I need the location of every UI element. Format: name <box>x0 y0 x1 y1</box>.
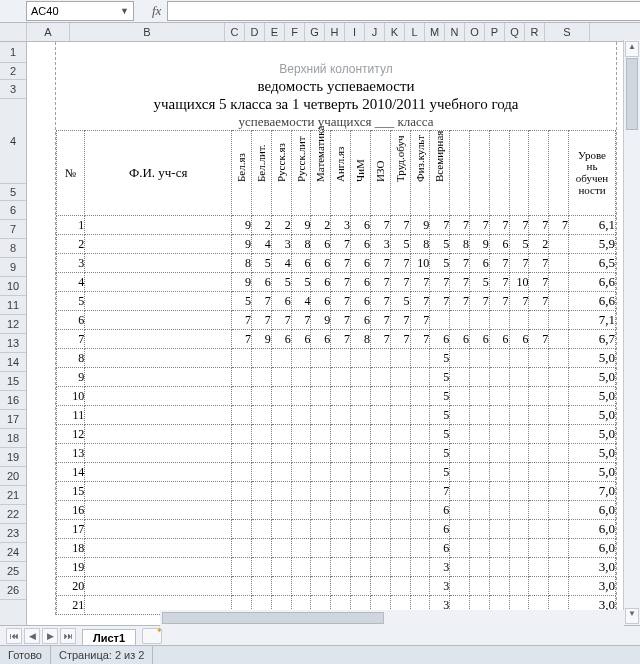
cell-grade[interactable]: 7 <box>291 311 311 330</box>
cell-level[interactable]: 3,0 <box>569 577 616 596</box>
cell-grade[interactable]: 3 <box>271 235 291 254</box>
cell-grade[interactable]: 9 <box>469 235 489 254</box>
cell-grade[interactable] <box>450 482 470 501</box>
cell-grade[interactable] <box>291 406 311 425</box>
cell-grade[interactable] <box>331 501 351 520</box>
hscroll-thumb[interactable] <box>162 612 384 624</box>
cell-grade[interactable]: 8 <box>450 235 470 254</box>
cell-grade[interactable] <box>370 463 390 482</box>
cell-grade[interactable]: 6 <box>271 330 291 349</box>
cell-grade[interactable]: 6 <box>311 235 331 254</box>
cell-grade[interactable] <box>469 444 489 463</box>
col-header-J[interactable]: J <box>365 23 385 41</box>
cell-grade[interactable]: 6 <box>351 311 371 330</box>
cell-grade[interactable]: 9 <box>232 235 252 254</box>
cell-grade[interactable] <box>232 520 252 539</box>
select-all-corner[interactable] <box>0 23 27 41</box>
cell-num[interactable]: 3 <box>57 254 85 273</box>
cell-grade[interactable]: 7 <box>232 311 252 330</box>
cell-grade[interactable] <box>390 539 410 558</box>
cell-grade[interactable]: 7 <box>331 292 351 311</box>
cell-grade[interactable]: 6 <box>351 216 371 235</box>
cell-grade[interactable] <box>410 349 430 368</box>
cell-grade[interactable] <box>450 577 470 596</box>
cell-grade[interactable] <box>549 387 569 406</box>
cell-grade[interactable] <box>351 425 371 444</box>
cell-fio[interactable] <box>85 273 232 292</box>
cell-grade[interactable] <box>509 387 529 406</box>
cell-grade[interactable] <box>232 387 252 406</box>
cell-grade[interactable] <box>271 558 291 577</box>
cell-grade[interactable] <box>469 425 489 444</box>
cell-grade[interactable] <box>331 539 351 558</box>
cell-grade[interactable] <box>450 425 470 444</box>
cell-grade[interactable] <box>549 539 569 558</box>
col-header-E[interactable]: E <box>265 23 285 41</box>
col-header-O[interactable]: O <box>465 23 485 41</box>
cell-grade[interactable] <box>311 577 331 596</box>
cell-grade[interactable] <box>351 406 371 425</box>
cell-grade[interactable]: 6 <box>430 539 450 558</box>
cell-grade[interactable]: 8 <box>410 235 430 254</box>
cell-num[interactable]: 20 <box>57 577 85 596</box>
cell-grade[interactable] <box>232 444 252 463</box>
cell-grade[interactable]: 2 <box>311 216 331 235</box>
cell-grade[interactable] <box>549 349 569 368</box>
cell-grade[interactable] <box>489 444 509 463</box>
cell-grade[interactable]: 7 <box>370 254 390 273</box>
row-header-7[interactable]: 7 <box>0 220 26 239</box>
scroll-up-icon[interactable]: ▲ <box>625 41 639 57</box>
row-header-13[interactable]: 13 <box>0 334 26 353</box>
col-header-F[interactable]: F <box>285 23 305 41</box>
cell-fio[interactable] <box>85 463 232 482</box>
cell-grade[interactable]: 7 <box>469 292 489 311</box>
cell-fio[interactable] <box>85 311 232 330</box>
cell-grade[interactable] <box>370 558 390 577</box>
row-header-16[interactable]: 16 <box>0 391 26 410</box>
cell-grade[interactable] <box>549 311 569 330</box>
cell-grade[interactable] <box>271 577 291 596</box>
cell-grade[interactable] <box>430 311 450 330</box>
cell-grade[interactable] <box>549 368 569 387</box>
cell-grade[interactable]: 5 <box>430 349 450 368</box>
cell-grade[interactable] <box>469 368 489 387</box>
cell-level[interactable]: 7,0 <box>569 482 616 501</box>
cell-grade[interactable] <box>450 501 470 520</box>
cell-grade[interactable] <box>469 577 489 596</box>
col-header-S[interactable]: S <box>545 23 590 41</box>
cell-grade[interactable] <box>390 387 410 406</box>
cell-fio[interactable] <box>85 425 232 444</box>
cell-grade[interactable] <box>549 273 569 292</box>
cell-grade[interactable] <box>509 425 529 444</box>
cell-grade[interactable] <box>529 387 549 406</box>
cell-grade[interactable] <box>331 577 351 596</box>
cell-num[interactable]: 5 <box>57 292 85 311</box>
cell-fio[interactable] <box>85 387 232 406</box>
cell-grade[interactable]: 7 <box>469 216 489 235</box>
cell-grade[interactable]: 4 <box>252 235 272 254</box>
row-header-10[interactable]: 10 <box>0 277 26 296</box>
cell-grade[interactable] <box>370 520 390 539</box>
cell-grade[interactable] <box>390 520 410 539</box>
cell-grade[interactable] <box>549 425 569 444</box>
col-header-K[interactable]: K <box>385 23 405 41</box>
cell-num[interactable]: 8 <box>57 349 85 368</box>
cell-grade[interactable] <box>370 349 390 368</box>
cell-grade[interactable] <box>351 482 371 501</box>
cell-grade[interactable] <box>549 444 569 463</box>
cell-grade[interactable]: 7 <box>509 292 529 311</box>
cell-grade[interactable]: 7 <box>370 273 390 292</box>
cell-num[interactable]: 11 <box>57 406 85 425</box>
cell-grade[interactable] <box>529 501 549 520</box>
cell-grade[interactable]: 2 <box>271 216 291 235</box>
cell-grade[interactable] <box>351 558 371 577</box>
name-box[interactable]: AC40 ▼ <box>26 1 134 21</box>
cell-grade[interactable] <box>390 577 410 596</box>
vscroll-thumb[interactable] <box>626 58 638 130</box>
cell-grade[interactable] <box>509 520 529 539</box>
cell-grade[interactable] <box>370 539 390 558</box>
formula-input[interactable] <box>167 1 640 21</box>
cell-grade[interactable] <box>291 577 311 596</box>
cell-grade[interactable]: 7 <box>529 273 549 292</box>
cell-grade[interactable] <box>331 558 351 577</box>
